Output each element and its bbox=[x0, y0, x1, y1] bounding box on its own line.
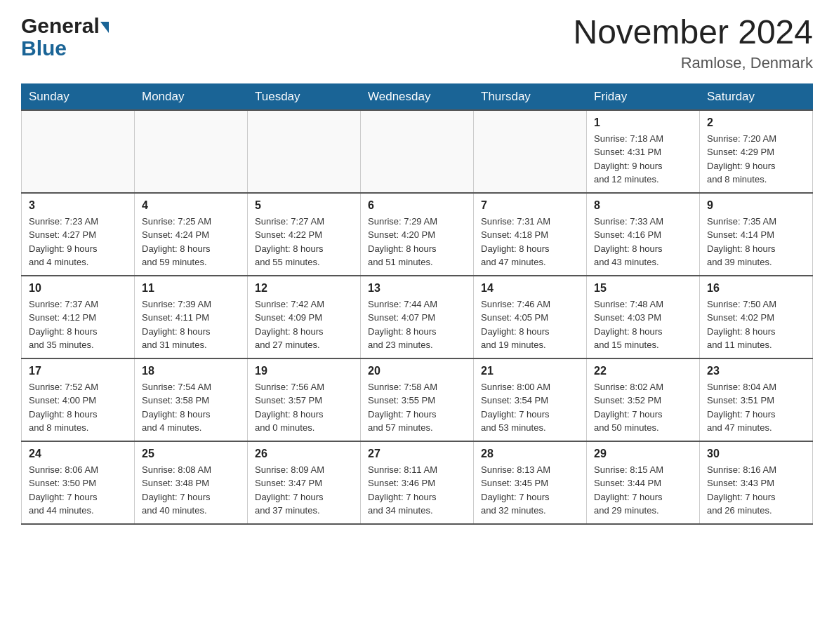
day-number: 22 bbox=[594, 365, 692, 377]
day-info: Sunrise: 7:29 AMSunset: 4:20 PMDaylight:… bbox=[368, 215, 466, 269]
day-info: Sunrise: 7:27 AMSunset: 4:22 PMDaylight:… bbox=[255, 215, 353, 269]
day-info: Sunrise: 7:44 AMSunset: 4:07 PMDaylight:… bbox=[368, 297, 466, 352]
calendar-cell bbox=[22, 110, 135, 193]
day-info: Sunrise: 8:04 AMSunset: 3:51 PMDaylight:… bbox=[707, 380, 805, 435]
day-info: Sunrise: 7:25 AMSunset: 4:24 PMDaylight:… bbox=[142, 215, 240, 269]
day-number: 21 bbox=[481, 365, 579, 377]
page-header: General Blue November 2024 Ramlose, Denm… bbox=[21, 14, 813, 72]
day-number: 5 bbox=[255, 199, 353, 212]
calendar-cell: 30Sunrise: 8:16 AMSunset: 3:43 PMDayligh… bbox=[700, 441, 813, 524]
day-number: 1 bbox=[594, 116, 692, 129]
day-number: 6 bbox=[368, 199, 466, 212]
calendar-cell: 27Sunrise: 8:11 AMSunset: 3:46 PMDayligh… bbox=[361, 441, 474, 524]
day-info: Sunrise: 8:02 AMSunset: 3:52 PMDaylight:… bbox=[594, 380, 692, 435]
day-number: 24 bbox=[29, 448, 127, 460]
logo-general: General bbox=[21, 14, 100, 38]
location: Ramlose, Denmark bbox=[573, 54, 813, 72]
day-number: 7 bbox=[481, 199, 579, 212]
day-info: Sunrise: 7:58 AMSunset: 3:55 PMDaylight:… bbox=[368, 380, 466, 435]
weekday-header-sunday: Sunday bbox=[22, 83, 135, 110]
day-info: Sunrise: 7:39 AMSunset: 4:11 PMDaylight:… bbox=[142, 297, 240, 352]
day-info: Sunrise: 8:08 AMSunset: 3:48 PMDaylight:… bbox=[142, 463, 240, 518]
calendar-cell: 23Sunrise: 8:04 AMSunset: 3:51 PMDayligh… bbox=[700, 358, 813, 441]
calendar-cell: 10Sunrise: 7:37 AMSunset: 4:12 PMDayligh… bbox=[22, 276, 135, 358]
day-number: 26 bbox=[255, 448, 353, 460]
calendar-week-5: 24Sunrise: 8:06 AMSunset: 3:50 PMDayligh… bbox=[22, 441, 813, 524]
calendar-cell: 15Sunrise: 7:48 AMSunset: 4:03 PMDayligh… bbox=[587, 276, 700, 358]
calendar-cell: 1Sunrise: 7:18 AMSunset: 4:31 PMDaylight… bbox=[587, 110, 700, 193]
calendar-cell bbox=[474, 110, 587, 193]
calendar-cell: 9Sunrise: 7:35 AMSunset: 4:14 PMDaylight… bbox=[700, 193, 813, 276]
day-info: Sunrise: 7:18 AMSunset: 4:31 PMDaylight:… bbox=[594, 132, 692, 187]
weekday-header-row: SundayMondayTuesdayWednesdayThursdayFrid… bbox=[22, 83, 813, 110]
calendar-cell: 5Sunrise: 7:27 AMSunset: 4:22 PMDaylight… bbox=[248, 193, 361, 276]
day-info: Sunrise: 8:09 AMSunset: 3:47 PMDaylight:… bbox=[255, 463, 353, 518]
calendar-cell: 2Sunrise: 7:20 AMSunset: 4:29 PMDaylight… bbox=[700, 110, 813, 193]
calendar-week-2: 3Sunrise: 7:23 AMSunset: 4:27 PMDaylight… bbox=[22, 193, 813, 276]
calendar-cell: 3Sunrise: 7:23 AMSunset: 4:27 PMDaylight… bbox=[22, 193, 135, 276]
day-number: 8 bbox=[594, 199, 692, 212]
day-info: Sunrise: 8:06 AMSunset: 3:50 PMDaylight:… bbox=[29, 463, 127, 518]
calendar-cell: 14Sunrise: 7:46 AMSunset: 4:05 PMDayligh… bbox=[474, 276, 587, 358]
calendar-cell bbox=[361, 110, 474, 193]
calendar-cell: 28Sunrise: 8:13 AMSunset: 3:45 PMDayligh… bbox=[474, 441, 587, 524]
weekday-header-friday: Friday bbox=[587, 83, 700, 110]
day-number: 9 bbox=[707, 199, 805, 212]
calendar-cell: 21Sunrise: 8:00 AMSunset: 3:54 PMDayligh… bbox=[474, 358, 587, 441]
day-info: Sunrise: 8:15 AMSunset: 3:44 PMDaylight:… bbox=[594, 463, 692, 518]
day-info: Sunrise: 8:16 AMSunset: 3:43 PMDaylight:… bbox=[707, 463, 805, 518]
day-number: 29 bbox=[594, 448, 692, 460]
calendar-cell: 12Sunrise: 7:42 AMSunset: 4:09 PMDayligh… bbox=[248, 276, 361, 358]
weekday-header-saturday: Saturday bbox=[700, 83, 813, 110]
day-info: Sunrise: 7:31 AMSunset: 4:18 PMDaylight:… bbox=[481, 215, 579, 269]
logo: General Blue bbox=[21, 14, 109, 60]
calendar-cell: 8Sunrise: 7:33 AMSunset: 4:16 PMDaylight… bbox=[587, 193, 700, 276]
day-number: 25 bbox=[142, 448, 240, 460]
weekday-header-wednesday: Wednesday bbox=[361, 83, 474, 110]
calendar-cell: 7Sunrise: 7:31 AMSunset: 4:18 PMDaylight… bbox=[474, 193, 587, 276]
day-info: Sunrise: 8:11 AMSunset: 3:46 PMDaylight:… bbox=[368, 463, 466, 518]
day-number: 23 bbox=[707, 365, 805, 377]
day-info: Sunrise: 7:46 AMSunset: 4:05 PMDaylight:… bbox=[481, 297, 579, 352]
day-number: 19 bbox=[255, 365, 353, 377]
calendar-cell: 13Sunrise: 7:44 AMSunset: 4:07 PMDayligh… bbox=[361, 276, 474, 358]
calendar-cell: 29Sunrise: 8:15 AMSunset: 3:44 PMDayligh… bbox=[587, 441, 700, 524]
day-info: Sunrise: 7:33 AMSunset: 4:16 PMDaylight:… bbox=[594, 215, 692, 269]
day-number: 27 bbox=[368, 448, 466, 460]
day-number: 30 bbox=[707, 448, 805, 460]
day-info: Sunrise: 7:50 AMSunset: 4:02 PMDaylight:… bbox=[707, 297, 805, 352]
calendar-cell: 22Sunrise: 8:02 AMSunset: 3:52 PMDayligh… bbox=[587, 358, 700, 441]
day-number: 28 bbox=[481, 448, 579, 460]
day-number: 10 bbox=[29, 282, 127, 295]
calendar-table: SundayMondayTuesdayWednesdayThursdayFrid… bbox=[21, 83, 813, 525]
calendar-cell: 24Sunrise: 8:06 AMSunset: 3:50 PMDayligh… bbox=[22, 441, 135, 524]
day-number: 13 bbox=[368, 282, 466, 295]
day-info: Sunrise: 7:48 AMSunset: 4:03 PMDaylight:… bbox=[594, 297, 692, 352]
day-number: 15 bbox=[594, 282, 692, 295]
calendar-week-3: 10Sunrise: 7:37 AMSunset: 4:12 PMDayligh… bbox=[22, 276, 813, 358]
weekday-header-monday: Monday bbox=[135, 83, 248, 110]
calendar-cell: 6Sunrise: 7:29 AMSunset: 4:20 PMDaylight… bbox=[361, 193, 474, 276]
day-info: Sunrise: 7:54 AMSunset: 3:58 PMDaylight:… bbox=[142, 380, 240, 435]
weekday-header-thursday: Thursday bbox=[474, 83, 587, 110]
weekday-header-tuesday: Tuesday bbox=[248, 83, 361, 110]
day-info: Sunrise: 7:20 AMSunset: 4:29 PMDaylight:… bbox=[707, 132, 805, 187]
title-block: November 2024 Ramlose, Denmark bbox=[573, 14, 813, 72]
calendar-cell: 26Sunrise: 8:09 AMSunset: 3:47 PMDayligh… bbox=[248, 441, 361, 524]
day-number: 20 bbox=[368, 365, 466, 377]
calendar-cell: 18Sunrise: 7:54 AMSunset: 3:58 PMDayligh… bbox=[135, 358, 248, 441]
calendar-cell: 19Sunrise: 7:56 AMSunset: 3:57 PMDayligh… bbox=[248, 358, 361, 441]
day-number: 2 bbox=[707, 116, 805, 129]
day-info: Sunrise: 8:13 AMSunset: 3:45 PMDaylight:… bbox=[481, 463, 579, 518]
calendar-cell: 11Sunrise: 7:39 AMSunset: 4:11 PMDayligh… bbox=[135, 276, 248, 358]
logo-blue: Blue bbox=[21, 36, 67, 60]
day-info: Sunrise: 8:00 AMSunset: 3:54 PMDaylight:… bbox=[481, 380, 579, 435]
day-number: 3 bbox=[29, 199, 127, 212]
calendar-cell bbox=[135, 110, 248, 193]
logo-triangle-icon bbox=[100, 22, 109, 33]
day-number: 17 bbox=[29, 365, 127, 377]
calendar-cell: 20Sunrise: 7:58 AMSunset: 3:55 PMDayligh… bbox=[361, 358, 474, 441]
calendar-cell: 17Sunrise: 7:52 AMSunset: 4:00 PMDayligh… bbox=[22, 358, 135, 441]
month-title: November 2024 bbox=[573, 14, 813, 51]
day-info: Sunrise: 7:52 AMSunset: 4:00 PMDaylight:… bbox=[29, 380, 127, 435]
